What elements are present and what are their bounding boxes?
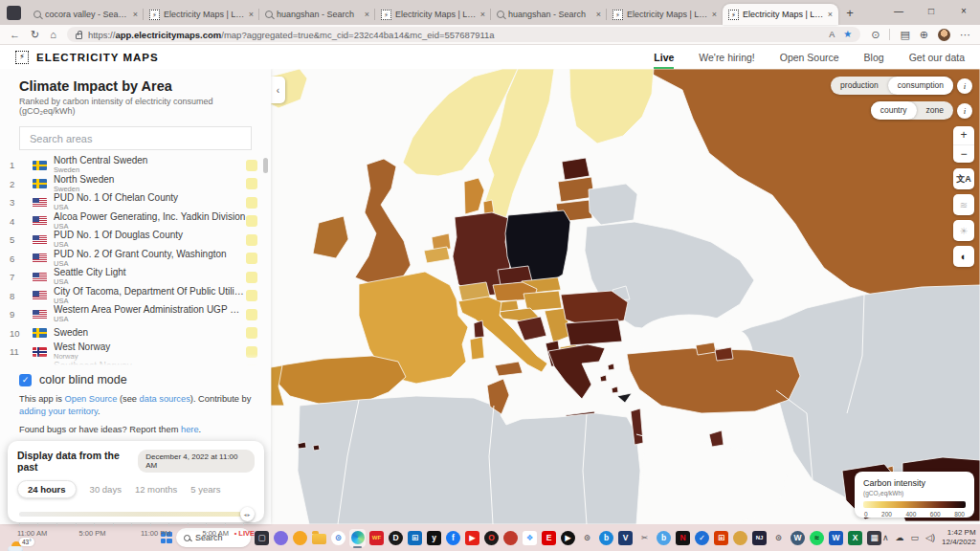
truekey-icon[interactable]: ✓ bbox=[694, 529, 710, 547]
zoom-out-button[interactable]: − bbox=[953, 145, 974, 164]
ranking-row[interactable]: 4Alcoa Power Generating, Inc. Yadkin Div… bbox=[0, 212, 271, 231]
ranking-row[interactable]: 6PUD No. 2 Of Grant County, WashingtonUS… bbox=[0, 250, 271, 269]
ranking-row[interactable]: 8City Of Tacoma, Department Of Public Ut… bbox=[0, 287, 271, 306]
country-uk[interactable] bbox=[355, 159, 411, 285]
range-5-years[interactable]: 5 years bbox=[190, 484, 220, 495]
netflix-icon[interactable]: N bbox=[675, 529, 691, 547]
country-turkey[interactable] bbox=[627, 348, 800, 413]
solar-layer-button[interactable]: ☀ bbox=[953, 220, 974, 241]
profile-avatar[interactable] bbox=[938, 29, 950, 41]
edge-icon[interactable] bbox=[349, 529, 366, 547]
time-slider[interactable]: ◂▸ bbox=[17, 508, 255, 521]
map-area[interactable]: ‹ production consumption i country zone … bbox=[271, 69, 980, 524]
collections-icon[interactable]: ▤ bbox=[900, 30, 909, 40]
country-greece[interactable] bbox=[548, 344, 605, 399]
refresh-icon[interactable]: ↻ bbox=[31, 30, 39, 40]
close-button[interactable]: × bbox=[947, 0, 980, 23]
nav-get-our-data[interactable]: Get our data bbox=[909, 45, 965, 69]
country-sicily[interactable] bbox=[495, 362, 523, 376]
toggle-zone[interactable]: zone bbox=[917, 101, 953, 120]
search-input[interactable] bbox=[28, 132, 243, 145]
slider-handle[interactable]: ◂▸ bbox=[240, 507, 255, 521]
address-bar[interactable]: https://app.electricitymaps.com/map?aggr… bbox=[67, 27, 860, 42]
task-view-icon[interactable]: ▢ bbox=[254, 529, 270, 547]
info-icon[interactable]: i bbox=[957, 78, 972, 94]
vs-app-icon[interactable]: V bbox=[617, 529, 634, 547]
ranking-row[interactable]: 7Seattle City LightUSA bbox=[0, 268, 271, 287]
bing2-icon[interactable]: b bbox=[656, 529, 672, 547]
word-icon[interactable]: W bbox=[828, 529, 844, 547]
browser-tab[interactable]: ⚡Electricity Maps | Live 24/7 CO₂× bbox=[375, 4, 491, 25]
facebook-icon[interactable]: f bbox=[445, 529, 461, 547]
country-cyprus[interactable] bbox=[617, 393, 632, 403]
country-belgium[interactable] bbox=[424, 247, 450, 263]
window-menu-icon[interactable] bbox=[7, 6, 21, 20]
country-finland[interactable] bbox=[569, 69, 654, 143]
clock[interactable]: 1:42 PM 12/4/2022 bbox=[942, 528, 976, 547]
weather-app-icon[interactable] bbox=[292, 529, 308, 547]
photos-icon[interactable]: ❖ bbox=[522, 529, 538, 547]
spotify-icon[interactable]: ≈ bbox=[809, 529, 825, 547]
europe-choropleth-map[interactable] bbox=[271, 69, 980, 524]
slider-track[interactable] bbox=[19, 512, 245, 517]
open-source-link[interactable]: Open Source bbox=[65, 394, 118, 404]
read-aloud-icon[interactable]: A bbox=[829, 31, 835, 39]
display-icon[interactable]: ▭ bbox=[911, 533, 920, 542]
ranking-row[interactable]: 3PUD No. 1 Of Chelan CountyUSA bbox=[0, 193, 271, 212]
dark-mode-button[interactable]: ◐ bbox=[953, 246, 974, 267]
language-button[interactable]: 文A bbox=[953, 168, 974, 189]
scrollbar-thumb[interactable] bbox=[263, 158, 268, 173]
wells-fargo-icon[interactable]: WF bbox=[368, 529, 385, 547]
production-consumption-toggle[interactable]: production consumption bbox=[831, 77, 953, 95]
data-sources-link[interactable]: data sources bbox=[140, 394, 190, 404]
opera-icon[interactable]: O bbox=[483, 529, 500, 547]
country-north_africa[interactable] bbox=[298, 396, 640, 524]
country-zone-toggle[interactable]: country zone bbox=[871, 101, 953, 120]
browser-tab[interactable]: cocora valley - Search× bbox=[28, 4, 144, 25]
tab-close-icon[interactable]: × bbox=[596, 10, 601, 19]
sidebar-collapse-button[interactable]: ‹ bbox=[271, 77, 285, 103]
tab-close-icon[interactable]: × bbox=[712, 10, 717, 19]
onedrive-cloud-icon[interactable]: ☁ bbox=[896, 533, 904, 542]
tab-close-icon[interactable]: × bbox=[480, 10, 485, 19]
excel-icon[interactable]: X bbox=[847, 529, 863, 547]
browser-tab[interactable]: huangshan - Search× bbox=[259, 4, 375, 25]
nav-open-source[interactable]: Open Source bbox=[780, 45, 839, 69]
country-saudi[interactable] bbox=[642, 440, 788, 524]
clock-app-icon[interactable] bbox=[732, 529, 748, 547]
country-greek_islands[interactable] bbox=[600, 364, 618, 393]
red-app-icon[interactable] bbox=[502, 529, 519, 547]
ranking-row[interactable]: 11West NorwayNorway bbox=[0, 342, 271, 362]
search-tool2-icon[interactable]: ⊙ bbox=[770, 529, 787, 547]
adding-territory-link[interactable]: adding your territory bbox=[19, 407, 98, 416]
snip-icon[interactable]: ✂ bbox=[636, 529, 653, 547]
wind-layer-button[interactable]: ≋ bbox=[953, 194, 974, 215]
tab-close-icon[interactable]: × bbox=[828, 10, 833, 19]
date-badge[interactable]: December 4, 2022 at 11:00 AM bbox=[138, 450, 255, 473]
info-icon[interactable]: i bbox=[957, 103, 972, 119]
favorite-star-icon[interactable]: ★ bbox=[843, 30, 852, 39]
nj-app-icon[interactable]: NJ bbox=[751, 529, 768, 547]
tray-chevron-icon[interactable]: ∧ bbox=[882, 533, 889, 542]
web-capture-icon[interactable]: ⊕ bbox=[920, 30, 928, 40]
back-icon[interactable]: ← bbox=[10, 30, 20, 40]
browser-tab[interactable]: ⚡Electricity Maps | Live 24/7 CO₂× bbox=[607, 4, 723, 25]
shopping-icon[interactable]: ⊙ bbox=[871, 30, 880, 40]
country-sardinia[interactable] bbox=[470, 337, 484, 360]
search-tool-icon[interactable]: ⊙ bbox=[579, 529, 595, 547]
office-icon[interactable]: ⊞ bbox=[713, 529, 729, 547]
country-estonia[interactable] bbox=[562, 158, 590, 180]
nav-live[interactable]: Live bbox=[654, 45, 674, 69]
report-here-link[interactable]: here bbox=[181, 425, 199, 434]
maximize-button[interactable]: □ bbox=[915, 0, 947, 23]
nav-blog[interactable]: Blog bbox=[864, 45, 884, 69]
country-spain[interactable] bbox=[276, 356, 406, 404]
file-explorer-icon[interactable] bbox=[311, 529, 327, 547]
toggle-consumption[interactable]: consumption bbox=[888, 77, 953, 95]
country-bulgaria[interactable] bbox=[566, 320, 622, 345]
espn-icon[interactable]: E bbox=[541, 529, 557, 547]
ranking-row[interactable]: 10Sweden bbox=[0, 324, 271, 343]
browser-tab[interactable]: ⚡Electricity Maps | Live 24/7 CO₂× bbox=[144, 4, 259, 25]
youtube-icon[interactable]: ▶ bbox=[464, 529, 480, 547]
colorblind-row[interactable]: ✓ color blind mode bbox=[19, 373, 252, 386]
